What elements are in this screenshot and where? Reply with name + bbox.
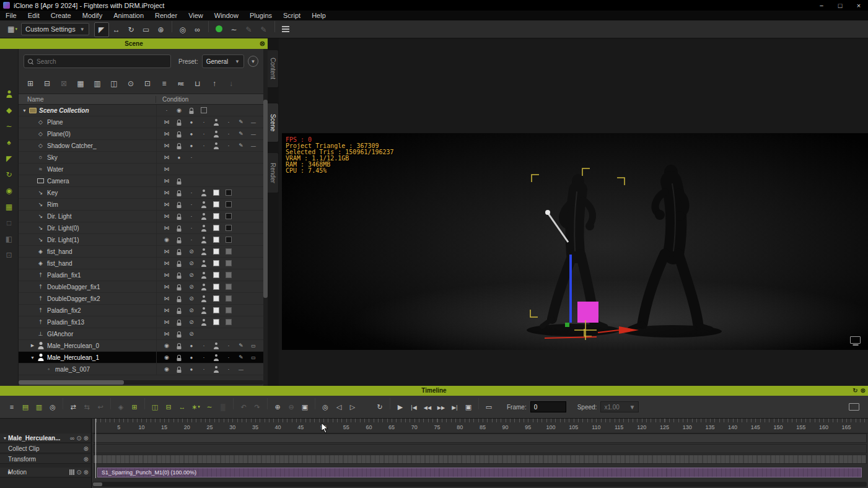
export-object-button[interactable] — [209, 78, 220, 89]
link-toggle-icon[interactable] — [160, 177, 173, 185]
dash-toggle-icon[interactable] — [235, 365, 247, 373]
go-next-key-button[interactable] — [346, 400, 359, 414]
person-toggle-icon[interactable] — [198, 283, 210, 291]
box-white-toggle-icon[interactable] — [210, 271, 222, 279]
dot-toggle-icon[interactable] — [198, 118, 210, 126]
person-toggle-icon[interactable] — [198, 236, 210, 244]
slash-toggle-icon[interactable] — [185, 259, 198, 268]
dot-toggle-icon[interactable] — [185, 236, 198, 244]
box-white-toggle-icon[interactable] — [210, 248, 222, 256]
link-toggle-icon[interactable] — [160, 248, 173, 256]
tab-scene[interactable]: Scene — [268, 103, 279, 142]
lock-toggle-icon[interactable] — [173, 236, 185, 244]
collapse-panel-button[interactable]: ▼ — [248, 56, 258, 67]
dot-toggle-icon[interactable] — [222, 142, 235, 150]
sphere-toggle-icon[interactable] — [185, 365, 198, 373]
menu-animation[interactable]: Animation — [108, 11, 149, 20]
physics-object-button[interactable] — [4, 185, 15, 196]
tree-row[interactable]: Rim — [19, 199, 263, 211]
edit-mode-2-button[interactable] — [4, 233, 15, 244]
next-frame-button[interactable] — [434, 401, 448, 415]
filter-motion-button[interactable] — [142, 78, 153, 89]
person-toggle-icon[interactable] — [198, 248, 210, 256]
close-icon[interactable]: ⊗ — [84, 435, 89, 442]
lock-toggle-icon[interactable] — [173, 130, 185, 138]
tree-row[interactable]: DoubleDagger_fix2 — [19, 293, 263, 305]
slash-toggle-icon[interactable] — [185, 295, 198, 303]
box-gray-toggle-icon[interactable] — [222, 307, 235, 315]
track-strip-4[interactable]: S1_Sparring_Punch_M1(0) (100.00%) — [93, 468, 867, 477]
box-white-toggle-icon[interactable] — [210, 318, 222, 326]
menu-file[interactable]: File — [0, 11, 22, 20]
dot-toggle-icon[interactable] — [198, 354, 210, 362]
import-object-button[interactable] — [226, 78, 237, 89]
person-toggle-icon[interactable] — [198, 259, 210, 268]
person-toggle-icon[interactable] — [210, 354, 222, 362]
tree-row[interactable]: ▶Male_Herculean_0 — [19, 340, 263, 352]
link-toggle-icon[interactable] — [160, 130, 173, 138]
eye-toggle-icon[interactable] — [160, 236, 173, 244]
link-toggle-icon[interactable] — [160, 330, 173, 338]
timeline-refresh-icon[interactable]: ↻ — [853, 386, 857, 396]
create-prop-button[interactable] — [4, 137, 15, 147]
link-toggle-icon[interactable] — [160, 224, 173, 232]
scrollbar-thumb[interactable] — [19, 380, 124, 385]
link-toggle-icon[interactable] — [160, 189, 173, 197]
focus-object-button[interactable] — [175, 22, 190, 37]
link-toggle-icon[interactable] — [160, 118, 173, 126]
lock-toggle-icon[interactable] — [173, 330, 185, 338]
tab-render[interactable]: Render — [268, 152, 279, 193]
frame-input[interactable] — [530, 401, 566, 412]
workspace-select[interactable]: Custom Settings ▼ — [21, 23, 89, 35]
dot-toggle-icon[interactable] — [222, 342, 235, 350]
menu-view[interactable]: View — [183, 11, 209, 20]
sphere-toggle-icon[interactable] — [185, 354, 198, 362]
link-toggle-icon[interactable] — [160, 295, 173, 303]
go-prev-key-button[interactable] — [332, 400, 346, 414]
go-start-button[interactable] — [407, 401, 421, 414]
lock-toggle-icon[interactable] — [173, 365, 185, 373]
view-thumbnails-button[interactable] — [75, 78, 86, 89]
delete-key-button[interactable] — [284, 400, 298, 414]
sphere-toggle-icon[interactable] — [185, 130, 198, 138]
tree-row[interactable]: Paladin_fix1 — [19, 269, 263, 281]
tree-row[interactable]: Dir. Light(0) — [19, 222, 263, 234]
trim-clip-button[interactable] — [162, 400, 175, 414]
filter-mesh-button[interactable] — [108, 78, 120, 89]
track-expand-icon[interactable]: ▶ — [2, 470, 8, 475]
slash-toggle-icon[interactable] — [185, 330, 198, 338]
break-clip-button[interactable] — [148, 400, 162, 414]
view-pairs-button[interactable] — [92, 78, 103, 89]
go-end-button[interactable] — [448, 401, 462, 414]
dot-toggle-icon[interactable] — [160, 107, 173, 115]
lock-toggle-icon[interactable] — [173, 248, 185, 256]
move-tool-button[interactable] — [109, 22, 124, 37]
add-object-track-button[interactable] — [19, 400, 32, 414]
menu-script[interactable]: Script — [278, 11, 306, 20]
tree-row[interactable]: Shadow Catcher_ — [19, 140, 263, 152]
scrollbar-thumb[interactable] — [93, 482, 102, 486]
dot-toggle-icon[interactable] — [185, 224, 198, 232]
move-to-folder-button[interactable] — [42, 78, 53, 89]
box-dark-toggle-icon[interactable] — [222, 189, 235, 197]
tree-row[interactable]: Sky — [19, 152, 263, 163]
dot-toggle-icon[interactable] — [198, 342, 210, 350]
dot-toggle-icon[interactable] — [185, 201, 198, 209]
eye-toggle-icon[interactable] — [160, 354, 173, 362]
link-toggle-icon[interactable] — [160, 212, 173, 220]
filter-node-button[interactable] — [125, 78, 136, 89]
person-toggle-icon[interactable] — [198, 307, 210, 315]
create-folder-button[interactable] — [25, 78, 36, 89]
lock-toggle-icon[interactable] — [185, 107, 198, 115]
pen-toggle-icon[interactable] — [235, 118, 247, 126]
pen-toggle-icon[interactable] — [235, 142, 247, 150]
link-object-button[interactable] — [190, 22, 205, 37]
timeline-header[interactable]: Timeline ↻ ⊗ — [0, 386, 868, 396]
tree-row[interactable]: Paladin_fix2 — [19, 305, 263, 316]
scene-close-icon[interactable]: ⊗ — [260, 38, 265, 49]
preset-select[interactable]: General ▼ — [202, 54, 244, 68]
search-box[interactable] — [24, 54, 171, 68]
viewport-3d[interactable]: FPS : 0Project Triangle : 367309Selected… — [282, 133, 868, 350]
person-toggle-icon[interactable] — [210, 142, 222, 150]
speed-select[interactable]: x1.00 ▼ — [600, 401, 639, 412]
